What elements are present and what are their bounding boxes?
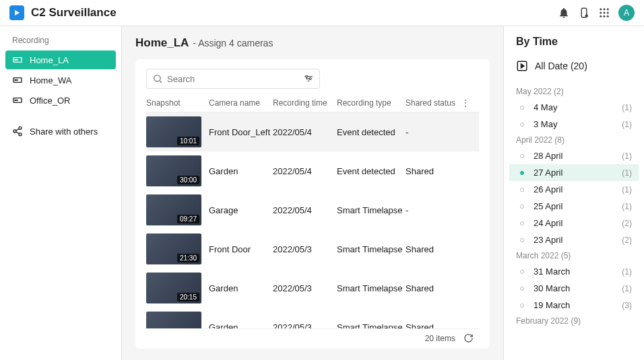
svg-point-8 bbox=[600, 15, 602, 17]
sidebar-item[interactable]: Home_WA bbox=[5, 71, 116, 89]
svg-point-4 bbox=[607, 8, 609, 10]
all-date[interactable]: All Date (20) bbox=[509, 57, 639, 75]
apps-icon[interactable] bbox=[594, 3, 614, 23]
date-row[interactable]: 4 May(1) bbox=[509, 99, 639, 116]
table-row[interactable]: 21:30Front Door2022/05/3Smart TimelapseS… bbox=[146, 229, 479, 268]
cell-camera: Front Door_Left bbox=[209, 127, 273, 137]
date-count: (1) bbox=[622, 202, 632, 211]
timeline-dot bbox=[520, 303, 524, 308]
share-with-others[interactable]: Share with others bbox=[5, 126, 116, 137]
right-panel-title: By Time bbox=[509, 36, 639, 57]
table-row[interactable]: 20:15Garden2022/05/3Smart TimelapseShare… bbox=[146, 268, 479, 308]
avatar[interactable]: A bbox=[618, 5, 635, 21]
recorder-icon bbox=[12, 75, 23, 85]
sidebar-item[interactable]: Office_OR bbox=[5, 91, 116, 110]
device-icon[interactable] bbox=[574, 3, 594, 23]
thumbnail: 21:30 bbox=[146, 233, 201, 264]
timeline-dot bbox=[520, 287, 524, 291]
date-row[interactable]: 31 March(1) bbox=[509, 263, 639, 280]
duration-badge: 09:27 bbox=[177, 215, 199, 223]
duration-badge: 30:00 bbox=[177, 176, 199, 184]
thumbnail: 09:27 bbox=[146, 194, 201, 225]
svg-point-15 bbox=[15, 79, 15, 80]
table-row[interactable]: 10:01Front Door_Left2022/05/4Event detec… bbox=[146, 112, 479, 151]
date-row[interactable]: 26 April(1) bbox=[509, 181, 639, 198]
svg-point-12 bbox=[15, 59, 15, 60]
date-row[interactable]: 24 April(2) bbox=[509, 215, 639, 231]
cell-time: 2022/05/3 bbox=[273, 283, 337, 293]
thumbnail bbox=[146, 312, 201, 328]
filter-icon[interactable] bbox=[303, 73, 314, 84]
duration-badge: 20:15 bbox=[177, 293, 199, 301]
bell-icon[interactable] bbox=[554, 3, 574, 23]
date-row[interactable]: 3 May(1) bbox=[509, 116, 639, 133]
svg-point-22 bbox=[19, 133, 22, 136]
table-row[interactable]: Garden2022/05/3Smart TimelapseShared bbox=[146, 308, 479, 328]
date-row[interactable]: 30 March(1) bbox=[509, 280, 639, 297]
svg-point-21 bbox=[13, 130, 16, 133]
cell-shared: Shared bbox=[406, 166, 459, 176]
cell-type: Event detected bbox=[337, 166, 406, 176]
app-logo bbox=[9, 5, 24, 20]
play-box-icon bbox=[516, 60, 528, 72]
col-shared: Shared status bbox=[406, 98, 459, 108]
cell-shared: - bbox=[406, 127, 459, 137]
thumbnail: 30:00 bbox=[146, 155, 201, 186]
date-label: 19 March bbox=[534, 300, 622, 310]
col-type: Recording type bbox=[337, 98, 406, 108]
cell-time: 2022/05/3 bbox=[273, 244, 337, 254]
sidebar-item[interactable]: Home_LA bbox=[5, 50, 116, 69]
svg-point-6 bbox=[604, 12, 606, 14]
search-input[interactable] bbox=[167, 74, 299, 84]
date-label: 30 March bbox=[534, 283, 622, 293]
month-head: February 2022 (9) bbox=[509, 314, 639, 328]
date-count: (2) bbox=[622, 219, 632, 228]
page-subtitle: - Assign 4 cameras bbox=[193, 38, 273, 48]
date-row[interactable]: 28 April(1) bbox=[509, 147, 639, 164]
timeline-dot bbox=[520, 106, 524, 110]
cell-camera: Front Door bbox=[209, 244, 273, 254]
cell-camera: Garden bbox=[209, 322, 273, 329]
refresh-icon[interactable] bbox=[463, 333, 474, 343]
all-date-label: All Date (20) bbox=[535, 61, 587, 71]
recorder-icon bbox=[12, 95, 23, 106]
date-count: (3) bbox=[622, 301, 632, 310]
timeline-dot bbox=[520, 188, 524, 192]
date-count: (1) bbox=[622, 185, 632, 194]
share-label: Share with others bbox=[30, 127, 98, 137]
month-head: March 2022 (5) bbox=[509, 248, 639, 263]
date-row[interactable]: 23 April(2) bbox=[509, 231, 639, 248]
timeline-dot bbox=[520, 270, 524, 274]
date-row[interactable]: 25 April(1) bbox=[509, 198, 639, 215]
date-label: 31 March bbox=[534, 266, 622, 277]
svg-point-19 bbox=[17, 100, 18, 100]
svg-point-7 bbox=[607, 12, 609, 14]
cell-shared: - bbox=[406, 205, 459, 215]
date-row[interactable]: 27 April(1) bbox=[509, 164, 639, 181]
search-box[interactable] bbox=[146, 69, 320, 89]
svg-point-3 bbox=[604, 8, 606, 10]
cell-type: Smart Timelapse bbox=[337, 244, 406, 254]
date-count: (1) bbox=[622, 151, 632, 161]
sidebar-item-label: Home_WA bbox=[30, 75, 71, 85]
cell-shared: Shared bbox=[406, 283, 459, 293]
svg-point-13 bbox=[17, 59, 18, 60]
search-icon bbox=[152, 73, 163, 84]
table-row[interactable]: 30:00Garden2022/05/4Event detectedShared bbox=[146, 151, 479, 190]
sidebar-heading: Recording bbox=[5, 36, 116, 50]
cell-camera: Garden bbox=[209, 166, 273, 176]
date-label: 26 April bbox=[534, 184, 622, 194]
table-row[interactable]: 09:27Garage2022/05/4Smart Timelapse- bbox=[146, 190, 479, 229]
svg-point-23 bbox=[154, 75, 160, 81]
timeline-dot bbox=[520, 238, 524, 242]
date-count: (1) bbox=[622, 284, 632, 293]
date-row[interactable]: 19 March(3) bbox=[509, 297, 639, 314]
svg-point-9 bbox=[604, 15, 606, 17]
svg-point-1 bbox=[585, 14, 589, 17]
cell-type: Smart Timelapse bbox=[337, 322, 406, 329]
date-label: 23 April bbox=[534, 235, 622, 245]
cell-time: 2022/05/4 bbox=[273, 166, 337, 176]
col-more-icon[interactable]: ⋮ bbox=[459, 98, 470, 108]
timeline-dot bbox=[520, 122, 524, 127]
date-count: (1) bbox=[622, 120, 632, 129]
